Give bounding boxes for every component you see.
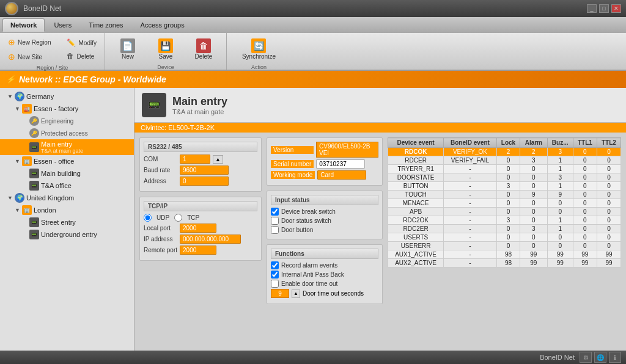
working-label: Working mode (271, 171, 315, 179)
app-title: BoneID Net (23, 4, 61, 13)
globe-icon-uk: 🌍 (15, 193, 24, 203)
minimize-btn[interactable]: _ (587, 4, 597, 13)
tab-time-zones[interactable]: Time zones (81, 18, 131, 32)
serial-row: Serial number (271, 159, 378, 169)
table-row[interactable]: USERERR-00000 (388, 242, 621, 250)
delete-region-button[interactable]: 🗑 Delete (62, 50, 100, 62)
address-label: Address (144, 178, 177, 184)
table-row[interactable]: TOUCH-09900 (388, 191, 621, 199)
config-left: RS232 / 485 COM ▲ Baud rate 9600 19200 (139, 137, 262, 309)
com-row: COM ▲ (144, 155, 257, 164)
sidebar-item-engineering[interactable]: 🔑 Engineering (0, 115, 134, 127)
table-row[interactable]: DOORSTATE-00300 (388, 173, 621, 182)
app-logo (5, 2, 18, 15)
sidebar-item-essen-factory[interactable]: ▼ 🏭 Essen - factory (0, 103, 134, 115)
record-alarm-label: Record alarm events (281, 262, 337, 269)
civintec-bar: Civintec: EL500-T-2B-2K (134, 123, 626, 133)
address-select[interactable]: 0 (180, 177, 229, 186)
serial-input[interactable] (316, 159, 365, 169)
col-ttl2: TTL2 (597, 138, 620, 148)
device-break-checkbox[interactable] (271, 208, 279, 216)
table-row[interactable]: USERTS-00000 (388, 233, 621, 242)
config-events-area: RS232 / 485 COM ▲ Baud rate 9600 19200 (134, 133, 626, 314)
new-icon: 📄 (120, 38, 135, 53)
tab-users[interactable]: Users (46, 18, 79, 32)
title-bar-controls: _ □ ✕ (587, 4, 621, 13)
device-icon-main-bldg: 📟 (29, 169, 39, 178)
sidebar-item-germany[interactable]: ▼ 🌍 Germany (0, 90, 134, 103)
ip-label: IP address (144, 236, 177, 242)
serial-label: Serial number (271, 160, 314, 168)
key-icon-eng: 🔑 (29, 116, 39, 126)
input-status-panel: Input status Device break switch Door st… (267, 191, 383, 239)
sidebar-item-london[interactable]: ▼ 🏢 London (0, 204, 134, 216)
sidebar-item-underground[interactable]: 📟 Underground entry (0, 228, 134, 241)
maximize-btn[interactable]: □ (599, 4, 609, 13)
remote-port-input[interactable] (180, 246, 216, 255)
ip-row: IP address (144, 235, 257, 244)
table-row[interactable]: RDC2ER-03100 (388, 225, 621, 233)
sidebar-item-protected[interactable]: 🔑 Protected access (0, 127, 134, 139)
device-name: Main entry (172, 95, 227, 108)
door-seconds-spinner[interactable]: ▲ (292, 289, 300, 298)
remote-port-label: Remote port (144, 247, 177, 253)
table-row[interactable]: MENACE-00000 (388, 199, 621, 208)
sidebar-item-uk[interactable]: ▼ 🌍 United Kingdom (0, 192, 134, 204)
main-content: ▼ 🌍 Germany ▼ 🏭 Essen - factory 🔑 Engine… (0, 88, 626, 351)
device-subtitle: T&A at main gate (172, 108, 227, 115)
breadcrumb: ⚡ Network :: EDGE Group - Worldwide (0, 71, 626, 88)
sidebar-item-street[interactable]: 📟 Street entry (0, 216, 134, 228)
device-break-row: Device break switch (271, 208, 378, 216)
working-select[interactable]: Card (317, 170, 366, 180)
save-icon: 💾 (158, 38, 173, 53)
device-icon-street: 📟 (29, 217, 39, 227)
status-bar: BoneID Net ⚙ 🌐 ℹ (0, 351, 626, 364)
col-ttl1: TTL1 (573, 138, 597, 148)
tab-network[interactable]: Network (2, 18, 45, 32)
sidebar-item-ta-office[interactable]: 📟 T&A office (0, 180, 134, 192)
table-row[interactable]: RDC2OK-30100 (388, 216, 621, 225)
settings-icon-btn[interactable]: ⚙ (580, 352, 592, 363)
synchronize-button[interactable]: 🔄 Synchronize (237, 35, 281, 63)
table-row[interactable]: BUTTON-30100 (388, 182, 621, 191)
modify-button[interactable]: ✏️ Modify (62, 37, 100, 49)
local-port-row: Local port (144, 224, 257, 233)
door-button-checkbox[interactable] (271, 226, 279, 234)
tcpip-panel: TCP/IP UDP TCP Local port IP address (139, 197, 262, 261)
functions-title: Functions (271, 249, 378, 259)
device-save-button[interactable]: 💾 Save (150, 35, 181, 63)
table-row[interactable]: AUX1_ACTIVE-9899999999 (388, 250, 621, 259)
com-spinner[interactable]: ▲ (213, 155, 223, 164)
local-port-input[interactable] (180, 224, 216, 233)
device-new-button[interactable]: 📄 New (112, 35, 143, 63)
remote-port-row: Remote port (144, 246, 257, 255)
sidebar-item-main-entry[interactable]: 📟 Main entry T&A at main gate (0, 139, 134, 155)
table-row[interactable]: APB-00000 (388, 208, 621, 216)
table-row[interactable]: RDCERVERIFY_FAIL03100 (388, 156, 621, 165)
baud-select[interactable]: 9600 19200 (180, 166, 229, 175)
network-icon-btn[interactable]: 🌐 (594, 352, 606, 363)
new-region-button[interactable]: ⊕ New Region (4, 35, 55, 49)
tab-access-groups[interactable]: Access groups (133, 18, 193, 32)
table-row[interactable]: TRYERR_R1-00100 (388, 165, 621, 173)
events-table: Device event BoneID event Lock Alarm Buz… (388, 137, 621, 268)
anti-pass-back-checkbox[interactable] (271, 271, 279, 278)
col-lock: Lock (496, 138, 520, 148)
device-delete-button[interactable]: 🗑 Delete (188, 35, 219, 63)
table-row[interactable]: AUX2_ACTIVE-9899999999 (388, 259, 621, 268)
com-input[interactable] (180, 155, 210, 164)
info-icon-btn[interactable]: ℹ (609, 352, 621, 363)
sidebar-item-main-building[interactable]: 📟 Main building (0, 167, 134, 180)
version-row: Version CV9600/EL500-2B VEI (271, 142, 378, 158)
door-timeout-checkbox[interactable] (271, 280, 279, 288)
new-site-button[interactable]: ⊕ New Site (4, 50, 55, 64)
door-seconds-input[interactable] (271, 289, 289, 298)
record-alarm-checkbox[interactable] (271, 261, 279, 269)
table-row[interactable]: RDCOKVERIFY_OK22300 (388, 148, 621, 156)
udp-radio[interactable] (144, 214, 152, 222)
ip-input[interactable] (180, 235, 241, 244)
close-btn[interactable]: ✕ (611, 4, 621, 13)
door-status-checkbox[interactable] (271, 217, 279, 225)
tcp-radio[interactable] (174, 214, 182, 222)
sidebar-item-essen-office[interactable]: ▼ 🏢 Essen - office (0, 155, 134, 167)
